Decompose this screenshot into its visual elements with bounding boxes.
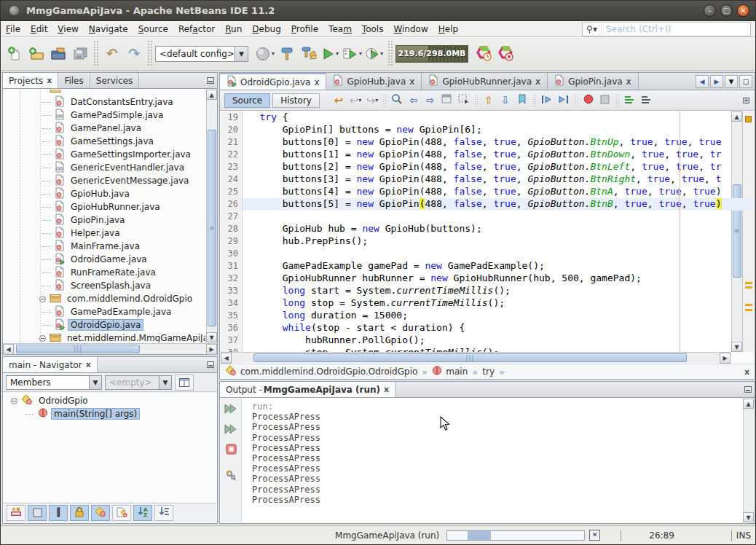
toggle-highlight-button[interactable]	[440, 93, 454, 108]
search-input[interactable]: ⚲▾ Search (Ctrl+I)	[582, 22, 751, 36]
back-button[interactable]: ↩▾	[348, 93, 363, 108]
breadcrumb-item[interactable]: com.middlemind.OdroidGpio.OdroidGpio	[225, 365, 417, 378]
show-fields-button[interactable]	[28, 505, 47, 521]
tree-item-helper-java[interactable]: Helper.java	[4, 227, 205, 240]
rerun-debug-button[interactable]	[224, 423, 238, 437]
editor-tab-gpiohub-java[interactable]: GpioHub.javax	[326, 73, 422, 90]
menu-profile[interactable]: Profile	[286, 22, 323, 36]
tree-item-odroidgame-java[interactable]: OdroidGame.java	[4, 253, 205, 266]
chevron-down-icon[interactable]: ▼	[89, 376, 101, 389]
tree-item-odroidgpio-java[interactable]: OdroidGpio.java	[4, 318, 205, 332]
previous-bookmark-button[interactable]: ⇧	[481, 93, 496, 108]
comment-button[interactable]	[623, 93, 637, 108]
tree-item-gamepadexample-java[interactable]: GamePadExample.java	[4, 305, 205, 318]
shift-right-button[interactable]	[556, 93, 571, 108]
expand-handle-icon[interactable]	[39, 296, 46, 302]
tree-item-datconstantsentry-java[interactable]: DatConstantsEntry.java	[4, 95, 205, 109]
code-line-38[interactable]: stop = System.currentTimeMillis();	[243, 347, 754, 352]
menu-file[interactable]: File	[1, 22, 25, 36]
tree-item-gamesettings-java[interactable]: GameSettings.java	[4, 135, 205, 148]
scroll-left-icon[interactable]: ◀	[3, 344, 14, 355]
chevron-down-icon[interactable]: ▾	[380, 50, 383, 57]
open-project-button[interactable]	[47, 42, 69, 66]
code-line-19[interactable]: try {	[243, 111, 754, 124]
code-line-26[interactable]: buttons[5] = new GpioPin(488, false, tru…	[243, 198, 754, 211]
show-non-public-button[interactable]	[70, 505, 89, 521]
close-icon[interactable]: x	[535, 77, 540, 87]
chevron-down-icon[interactable]: ▼	[159, 376, 171, 389]
breadcrumb-item[interactable]: try	[482, 366, 495, 377]
build-hammer-button[interactable]	[276, 42, 298, 66]
code-line-31[interactable]: GamePadExample gamePad = new GamePadExam…	[243, 260, 754, 272]
close-icon[interactable]: x	[626, 77, 631, 87]
tree-item-gamepadsimple-java[interactable]: GamePadSimple.java	[4, 109, 205, 122]
code-line-21[interactable]: buttons[0] = new GpioPin(488, false, tru…	[243, 136, 754, 149]
split-document-button[interactable]: ⊞	[742, 95, 750, 106]
filter-select[interactable]: <empty> ▼	[105, 375, 172, 390]
menu-debug[interactable]: Debug	[247, 22, 286, 36]
members-select[interactable]: Members ▼	[6, 375, 102, 390]
tree-item-runframerate-java[interactable]: RunFrameRate.java	[4, 266, 205, 279]
profile-button[interactable]: ▾	[363, 42, 385, 66]
navigator-item-odroidgpio[interactable]: OdroidGpio	[3, 394, 217, 407]
toggle-breakpoint-button[interactable]	[581, 93, 596, 108]
minimize-button[interactable]: –	[704, 4, 716, 17]
cancel-task-button[interactable]: ✕	[589, 530, 600, 541]
editor-tab-odroidgpio-java[interactable]: OdroidGpio.javax	[220, 73, 326, 90]
projects-vscrollbar[interactable]: ▲ ≡ ▼	[206, 90, 217, 342]
chevron-down-icon[interactable]: ▾	[272, 50, 275, 57]
tab-scroll-left-button[interactable]: ◀	[696, 75, 709, 88]
next-bookmark-button[interactable]: ⇩	[498, 93, 513, 108]
code-line-37[interactable]: hubRunner.PollGpio();	[243, 334, 754, 347]
menu-team[interactable]: Team	[323, 22, 357, 36]
forward-button[interactable]: ↪▾	[365, 93, 379, 108]
tab-navigator[interactable]: main - Navigator x	[3, 357, 98, 372]
tab-scroll-right-button[interactable]: ▶	[710, 75, 723, 88]
show-bean-patterns-button[interactable]	[49, 505, 68, 521]
tree-item-genericeventmessage-java[interactable]: GenericEventMessage.java	[4, 174, 205, 187]
tab-list-button[interactable]: ▼	[725, 75, 738, 88]
code-line-28[interactable]: GpioHub hub = new GpioHub(buttons);	[243, 223, 754, 235]
breadcrumb-item[interactable]: main	[432, 365, 468, 378]
shift-left-button[interactable]	[540, 93, 554, 108]
scroll-right-icon[interactable]: ▶	[206, 344, 217, 355]
chevron-down-icon[interactable]: ▾	[336, 50, 339, 57]
menu-tools[interactable]: Tools	[357, 22, 389, 36]
memory-indicator[interactable]: 219.6/298.0MB	[395, 45, 468, 63]
code-line-24[interactable]: buttons[3] = new GpioPin(488, false, tru…	[243, 173, 754, 186]
output-console[interactable]: run:ProcessAPressProcessAPressProcessAPr…	[242, 399, 320, 522]
tab-files[interactable]: Files	[58, 73, 90, 88]
expand-handle-icon[interactable]	[11, 398, 17, 404]
close-icon[interactable]: x	[384, 385, 389, 394]
maximize-button[interactable]: □	[720, 4, 733, 17]
tree-node-package[interactable]: net.middlemind.MmgGameApiJav	[4, 332, 205, 342]
editor-tab-gpiohubrunner-java[interactable]: GpioHubRunner.javax	[422, 73, 548, 90]
close-icon[interactable]: x	[47, 76, 52, 85]
tree-item-gpiohubrunner-java[interactable]: GpioHubRunner.java	[4, 200, 205, 213]
close-icon[interactable]: x	[409, 77, 414, 87]
menu-window[interactable]: Window	[388, 22, 433, 36]
code-line-29[interactable]: hub.PrepPins();	[243, 235, 754, 248]
projects-vscroll-thumb[interactable]: ≡	[208, 130, 216, 326]
menu-view[interactable]: View	[52, 22, 83, 36]
menu-run[interactable]: Run	[220, 22, 247, 36]
scroll-up-icon[interactable]: ▲	[743, 399, 754, 409]
tab-services[interactable]: Services	[90, 73, 140, 88]
uncomment-button[interactable]	[639, 93, 654, 108]
tree-item-screensplash-java[interactable]: ScreenSplash.java	[4, 279, 205, 292]
profile-clock-button[interactable]	[473, 42, 495, 66]
tree-item-gamesettingsimporter-java[interactable]: GameSettingsImporter.java	[4, 148, 205, 161]
editor-tab-gpiopin-java[interactable]: GpioPin.javax	[548, 73, 639, 90]
code-line-20[interactable]: GpioPin[] buttons = new GpioPin[6];	[243, 124, 754, 136]
find-selection-button[interactable]	[390, 93, 404, 108]
tab-projects[interactable]: Projectsx	[3, 73, 58, 88]
tree-item-gpiohub-java[interactable]: GpioHub.java	[4, 187, 205, 200]
find-previous-button[interactable]: ⇦	[406, 93, 421, 108]
sort-alphabetically-button[interactable]: AZ	[133, 505, 152, 521]
tree-node-package[interactable]	[4, 90, 205, 95]
profile-stop-button[interactable]	[495, 42, 516, 66]
minimize-panel-button[interactable]	[204, 73, 217, 88]
code-line-27[interactable]	[243, 211, 754, 223]
code-line-32[interactable]: GpioHubRunner hubRunner = new GpioHubRun…	[243, 272, 754, 285]
new-watch-button[interactable]	[598, 93, 613, 108]
